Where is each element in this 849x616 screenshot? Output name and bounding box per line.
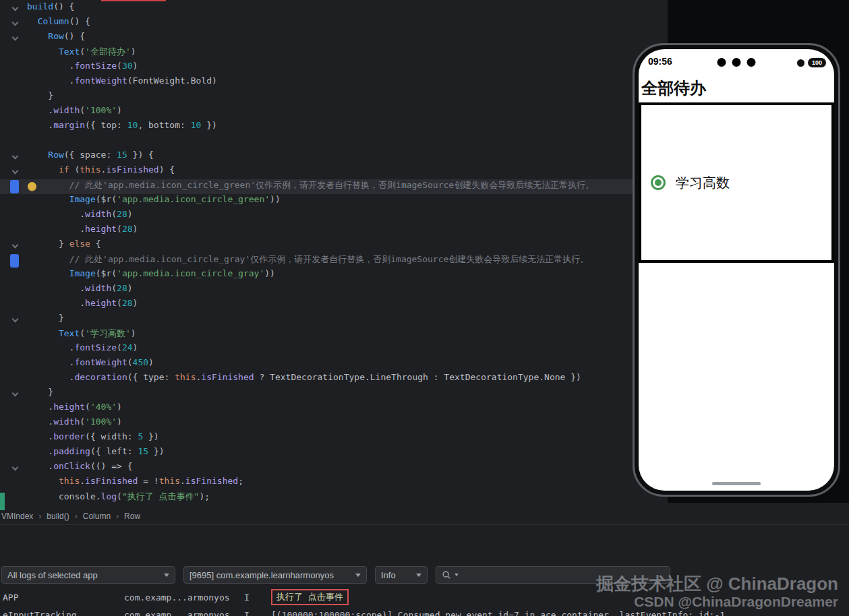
bluetooth-icon [797, 59, 804, 67]
chevron-right-icon: › [38, 512, 41, 521]
ide-window: build() { Column() { Row() { Text('全部待办'… [0, 0, 849, 616]
hilog-toolbar: All logs of selected app [9695] com.exam… [1, 566, 670, 584]
status-bar-right: 100 [797, 58, 826, 67]
todo-label: 学习高数 [676, 174, 730, 192]
fold-chevron-icon[interactable] [12, 168, 19, 175]
editor-gutter-marker [10, 180, 19, 193]
log-level-value: Info [381, 570, 396, 580]
search-history-chevron-icon [455, 574, 459, 576]
breadcrumb-item-build[interactable]: build() [47, 512, 69, 521]
todo-row[interactable]: 学习高数 [641, 105, 831, 260]
log-process-dropdown[interactable]: [9695] com.example.learnharmonyos [183, 566, 367, 584]
camera-dot-icon [747, 58, 756, 67]
watermark-line2: CSDN @ChinaDragonDreamer [596, 593, 838, 610]
fold-chevron-icon[interactable] [12, 242, 19, 249]
camera-cutout-icons [718, 58, 756, 67]
status-bar-time: 09:56 [648, 56, 672, 67]
panel-divider [0, 524, 849, 525]
log-tag: eInputTracking [3, 610, 124, 616]
fold-chevron-icon[interactable] [12, 464, 19, 471]
watermark: 掘金技术社区 @ ChinaDragon CSDN @ChinaDragonDr… [596, 574, 838, 610]
home-indicator-bar [712, 482, 761, 485]
chevron-down-icon [355, 574, 361, 577]
log-scope-value: All logs of selected app [7, 570, 98, 580]
fold-chevron-icon[interactable] [12, 316, 19, 323]
fold-chevron-icon[interactable] [12, 34, 19, 41]
log-level: I [244, 592, 271, 603]
app-page-title: 全部待办 [641, 78, 706, 99]
camera-dot-icon [732, 58, 741, 67]
fold-chevron-icon[interactable] [12, 153, 19, 160]
todo-item-box[interactable]: 学习高数 [639, 102, 834, 263]
breadcrumb-item-vmindex[interactable]: VMIndex [1, 512, 33, 521]
gutter [0, 0, 26, 509]
phone-frame: 09:56 100 全部待办 学习高数 [633, 43, 840, 497]
watermark-line1: 掘金技术社区 @ ChinaDragon [596, 574, 838, 593]
phone-screen: 09:56 100 全部待办 学习高数 [639, 49, 834, 491]
log-level-dropdown[interactable]: Info [375, 566, 428, 584]
editor-gutter-marker [10, 254, 19, 268]
todo-finished-circle-icon[interactable] [651, 175, 666, 190]
breadcrumb: VMIndex › build() › Column › Row [0, 509, 668, 524]
chevron-right-icon: › [75, 512, 78, 521]
log-tag: APP [3, 592, 124, 603]
chevron-right-icon: › [116, 512, 119, 521]
breadcrumb-item-column[interactable]: Column [83, 512, 111, 521]
log-process-value: [9695] com.example.learnharmonyos [189, 570, 334, 580]
fold-chevron-icon[interactable] [12, 390, 19, 397]
breadcrumb-item-row[interactable]: Row [124, 512, 140, 521]
search-icon [442, 570, 451, 580]
fold-chevron-icon[interactable] [12, 5, 19, 11]
todo-finished-dot [655, 179, 662, 186]
log-message: [(100000:100000:scope)] Consumed new eve… [271, 610, 725, 616]
log-level: I [244, 610, 271, 616]
log-message-highlighted: 执行了 点击事件 [271, 589, 349, 605]
log-process: com.examp...armonyos [124, 592, 244, 603]
intention-bulb-icon[interactable] [28, 182, 36, 191]
phone-preview: 09:56 100 全部待办 学习高数 [633, 43, 840, 497]
fold-chevron-icon[interactable] [12, 20, 19, 26]
log-process: com.examp...armonyos [124, 610, 244, 616]
chevron-down-icon [164, 574, 169, 577]
camera-dot-icon [718, 58, 726, 67]
log-scope-dropdown[interactable]: All logs of selected app [1, 566, 175, 584]
battery-indicator: 100 [808, 58, 826, 67]
chevron-down-icon [416, 574, 421, 577]
